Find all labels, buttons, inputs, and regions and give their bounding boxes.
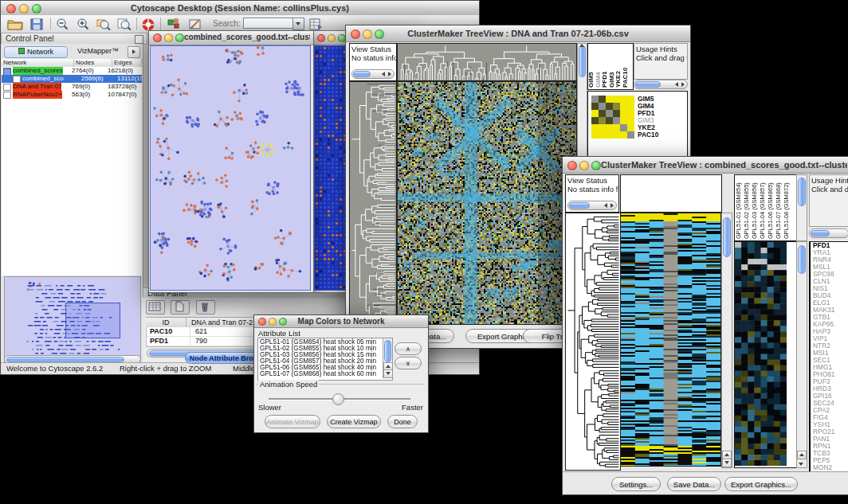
search-dropdown-button[interactable]: [292, 18, 304, 30]
delete-attribute-button[interactable]: [196, 300, 215, 315]
open-session-button[interactable]: [6, 17, 26, 33]
tv1-usage-scrollbar[interactable]: [634, 80, 688, 89]
tv1-heatmap-canvas[interactable]: [397, 81, 577, 325]
attribute-list-item[interactable]: GPL51-07 (GSM868) heat shock 60 min: [258, 371, 383, 377]
zoom-matrix-cell[interactable]: [627, 124, 634, 131]
zoom-matrix-cell[interactable]: [591, 117, 599, 124]
column-header-edges[interactable]: Edges: [112, 59, 142, 67]
zoom-matrix-cell[interactable]: [606, 131, 613, 139]
network-window-title-bar[interactable]: combined_scores_good.txt--cluste...: [149, 31, 313, 45]
scroll-right-icon[interactable]: [388, 72, 391, 76]
zoom-window-icon[interactable]: [175, 33, 184, 42]
tv2-zoom-vscrollbar[interactable]: [796, 241, 807, 468]
zoom-matrix-cell[interactable]: [599, 110, 606, 117]
zoom-matrix-cell[interactable]: [613, 117, 620, 124]
zoom-matrix-cell[interactable]: [613, 124, 620, 131]
scrollbar-thumb[interactable]: [635, 81, 661, 88]
scrollbar-thumb[interactable]: [798, 245, 806, 274]
scroll-left-icon[interactable]: [382, 72, 385, 76]
network-overview[interactable]: [4, 276, 141, 362]
zoom-matrix-cell[interactable]: [613, 103, 620, 110]
zoom-matrix-cell[interactable]: [606, 124, 613, 131]
zoom-selected-button[interactable]: [95, 17, 116, 33]
scroll-down-button[interactable]: [383, 369, 393, 378]
column-header-nodes[interactable]: Nodes: [74, 59, 112, 67]
tv1-column-dendrogram[interactable]: [397, 43, 577, 81]
close-icon[interactable]: [317, 34, 325, 42]
slider-thumb[interactable]: [332, 393, 344, 405]
zoom-matrix-cell[interactable]: [620, 96, 627, 103]
column-header-network[interactable]: Network: [2, 59, 74, 67]
tab-network[interactable]: Network: [4, 46, 68, 58]
treeview1-title-bar[interactable]: ClusterMaker TreeView : DNA and Tran 07-…: [346, 25, 690, 42]
tv2-collabels-scrollbar[interactable]: [796, 174, 807, 241]
move-up-button[interactable]: ∧: [395, 342, 422, 355]
scrollbar-thumb[interactable]: [569, 202, 590, 209]
network-table-row[interactable]: DNA and Tran 07769(0)183728(0): [2, 83, 142, 91]
network-table-row[interactable]: combined_scores2764(0)16218(0): [2, 67, 142, 75]
tv2-status-scrollbar[interactable]: [567, 201, 617, 210]
tv1-status-scrollbar[interactable]: [351, 69, 395, 79]
export-graphics-button[interactable]: Export Graphics...: [724, 477, 798, 491]
create-vizmap-button[interactable]: Create Vizmap: [327, 415, 381, 428]
network-view-canvas[interactable]: [150, 45, 311, 291]
zoom-matrix-cell[interactable]: [613, 110, 620, 117]
scroll-down-button[interactable]: [722, 459, 732, 467]
zoom-out-button[interactable]: [53, 17, 74, 33]
dialog-title-bar[interactable]: Map Colors to Network: [254, 315, 428, 328]
zoom-matrix-cell[interactable]: [613, 131, 620, 139]
scrollbar-thumb[interactable]: [811, 230, 830, 236]
scroll-up-button[interactable]: [797, 451, 807, 459]
tab-overflow-arrow[interactable]: [128, 46, 140, 58]
gene-label[interactable]: MON2: [811, 464, 848, 471]
treeview2-title-bar[interactable]: ClusterMaker TreeView : combined_scores_…: [563, 157, 848, 174]
scrollbar-thumb[interactable]: [798, 178, 806, 206]
tv1-zoom-matrix[interactable]: [591, 96, 634, 139]
done-button[interactable]: Done: [387, 415, 418, 428]
zoom-matrix-cell[interactable]: [627, 110, 634, 117]
zoom-matrix-cell[interactable]: [620, 131, 627, 139]
data-column-id[interactable]: ID: [146, 318, 186, 327]
zoom-matrix-cell[interactable]: [599, 117, 606, 124]
move-down-button[interactable]: ∨: [395, 357, 422, 369]
zoom-matrix-cell[interactable]: [620, 124, 627, 131]
zoom-matrix-cell[interactable]: [591, 131, 599, 139]
zoom-matrix-cell[interactable]: [591, 110, 599, 117]
main-title-bar[interactable]: Cytoscape Desktop (Session Name: collins…: [1, 1, 479, 16]
scroll-right-icon[interactable]: [681, 82, 685, 87]
search-input[interactable]: [243, 18, 294, 29]
scrollbar-thumb[interactable]: [579, 45, 586, 77]
zoom-matrix-cell[interactable]: [606, 96, 613, 103]
tab-vizmapper[interactable]: VizMapper™: [69, 46, 127, 57]
scroll-right-icon[interactable]: [610, 203, 614, 208]
network-table-row[interactable]: combined_sco2569(6)13112(15): [2, 75, 142, 83]
scroll-left-icon[interactable]: [675, 82, 678, 87]
scrollbar-thumb[interactable]: [723, 217, 731, 257]
zoom-matrix-cell[interactable]: [620, 110, 627, 117]
zoom-matrix-cell[interactable]: [606, 103, 613, 110]
zoom-matrix-cell[interactable]: [591, 96, 599, 103]
close-icon[interactable]: [567, 161, 577, 170]
zoom-window-icon[interactable]: [591, 161, 601, 170]
save-session-button[interactable]: [28, 17, 49, 33]
tv2-heatmap-vscrollbar[interactable]: [721, 213, 732, 468]
zoom-matrix-cell[interactable]: [591, 103, 599, 110]
scroll-up-icon[interactable]: [579, 44, 584, 47]
zoom-matrix-cell[interactable]: [620, 117, 627, 124]
minimize-icon[interactable]: [579, 161, 589, 170]
animate-vizmap-button[interactable]: Animate Vizmap: [265, 415, 320, 428]
zoom-matrix-cell[interactable]: [599, 96, 606, 103]
minimize-icon[interactable]: [164, 33, 173, 42]
new-attribute-button[interactable]: [171, 300, 190, 315]
zoom-matrix-cell[interactable]: [620, 103, 627, 110]
float-panel-icon[interactable]: [135, 35, 143, 44]
attribute-list-scrollbar[interactable]: [383, 338, 392, 378]
zoom-fit-button[interactable]: [116, 17, 136, 33]
zoom-matrix-cell[interactable]: [599, 124, 606, 131]
scroll-down-icon[interactable]: [799, 463, 803, 466]
attribute-select-button[interactable]: [146, 300, 165, 315]
zoom-matrix-cell[interactable]: [613, 96, 620, 103]
zoom-matrix-cell[interactable]: [599, 103, 606, 110]
tv2-heatmap-canvas[interactable]: [620, 213, 721, 467]
zoom-matrix-cell[interactable]: [627, 117, 634, 124]
